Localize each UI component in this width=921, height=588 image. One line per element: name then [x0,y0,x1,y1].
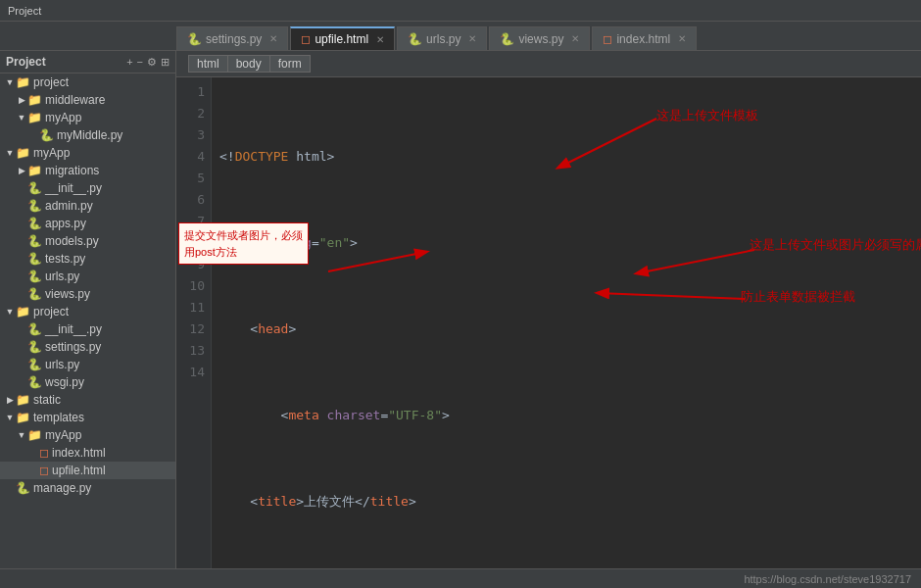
main-layout: Project + − ⚙ ⊞ ▼ 📁 project ▶ 📁 middlewa… [0,51,921,568]
code-content: <!DOCTYPE html> <html lang="en"> <head> … [212,77,921,568]
editor-area: html body form 1 2 3 4 5 6 7 8 9 10 [176,51,921,568]
tab-urls[interactable]: 🐍 urls.py ✕ [397,26,487,50]
annotation-enctype: 这是上传文件或图片必须写的属性 [750,236,921,254]
tab-close-urls[interactable]: ✕ [468,33,476,44]
code-line-4: <meta charset="UTF-8"> [219,405,921,426]
breadcrumb: html body form [176,51,921,77]
sidebar-item-settings[interactable]: 🐍 settings.py [0,338,175,356]
tab-index[interactable]: ◻ index.html ✕ [592,26,697,50]
sidebar-item-project-root[interactable]: ▼ 📁 project [0,74,175,91]
sidebar-item-urls-myapp[interactable]: 🐍 urls.py [0,268,175,285]
templates-label: templates [33,411,84,424]
breadcrumb-html[interactable]: html [188,55,227,73]
breadcrumb-body[interactable]: body [227,55,269,73]
sidebar-item-views-myapp[interactable]: 🐍 views.py [0,285,175,303]
sidebar-header: Project + − ⚙ ⊞ [0,51,175,74]
tab-settings[interactable]: 🐍 settings.py ✕ [176,26,288,50]
code-container: 1 2 3 4 5 6 7 8 9 10 11 12 13 14 [176,77,921,568]
tab-close-index[interactable]: ✕ [678,33,686,44]
sidebar-item-urls-project[interactable]: 🐍 urls.py [0,356,175,373]
annotation-csrf: 防止表单数据被拦截 [741,288,855,306]
minus-icon[interactable]: − [137,56,143,69]
sidebar-item-models[interactable]: 🐍 models.py [0,232,175,250]
sidebar-item-migrations[interactable]: ▶ 📁 migrations [0,162,175,179]
tab-close-upfile[interactable]: ✕ [376,34,384,45]
sidebar-item-myapp2[interactable]: ▼ 📁 myApp [0,144,175,162]
gear-icon[interactable]: ⚙ [147,56,157,69]
title-bar-text: Project [8,5,41,17]
sidebar-item-templates[interactable]: ▼ 📁 templates [0,409,175,426]
tab-close-views[interactable]: ✕ [571,33,579,44]
status-bar: https://blog.csdn.net/steve1932717 [0,568,921,588]
code-line-5: <title>上传文件</title> [219,491,921,513]
layout-icon[interactable]: ⊞ [161,56,170,69]
tab-close-settings[interactable]: ✕ [269,33,277,44]
code-line-3: <head> [219,318,921,340]
line-numbers: 1 2 3 4 5 6 7 8 9 10 11 12 13 14 [176,77,212,568]
sidebar-item-myapp-templates[interactable]: ▼ 📁 myApp [0,426,175,444]
breadcrumb-form[interactable]: form [269,55,311,73]
sidebar-item-tests[interactable]: 🐍 tests.py [0,250,175,268]
title-bar: Project [0,0,921,22]
sidebar-item-init1[interactable]: 🐍 __init__.py [0,179,175,197]
sidebar-title: Project [6,55,46,69]
tab-views[interactable]: 🐍 views.py ✕ [489,26,590,50]
sidebar-item-init2[interactable]: 🐍 __init__.py [0,320,175,338]
code-line-1: <!DOCTYPE html> [219,146,921,168]
sidebar-item-index-html[interactable]: ◻ index.html [0,444,175,462]
sidebar-item-admin[interactable]: 🐍 admin.py [0,197,175,215]
sidebar-item-apps[interactable]: 🐍 apps.py [0,215,175,232]
sidebar-icons: + − ⚙ ⊞ [126,56,170,69]
sidebar-item-middleware[interactable]: ▶ 📁 middleware [0,91,175,109]
sidebar-item-upfile-html[interactable]: ◻ upfile.html [0,462,175,479]
status-url: https://blog.csdn.net/steve1932717 [744,573,911,585]
sidebar-item-manage[interactable]: 🐍 manage.py [0,479,175,497]
sidebar-item-wsgi[interactable]: 🐍 wsgi.py [0,373,175,391]
annotation-upload-template: 这是上传文件模板 [656,107,758,124]
tab-bar: 🐍 settings.py ✕ ◻ upfile.html ✕ 🐍 urls.p… [0,22,921,51]
sidebar-item-mymiddle[interactable]: 🐍 myMiddle.py [0,126,175,144]
add-icon[interactable]: + [126,56,132,69]
annotation-post-method: 提交文件或者图片，必须 用post方法 [178,222,309,265]
sidebar-item-static[interactable]: ▶ 📁 static [0,391,175,409]
sidebar-item-myapp1[interactable]: ▼ 📁 myApp [0,109,175,126]
sidebar: Project + − ⚙ ⊞ ▼ 📁 project ▶ 📁 middlewa… [0,51,176,568]
sidebar-item-project2[interactable]: ▼ 📁 project [0,303,175,320]
tab-upfile[interactable]: ◻ upfile.html ✕ [290,26,395,50]
